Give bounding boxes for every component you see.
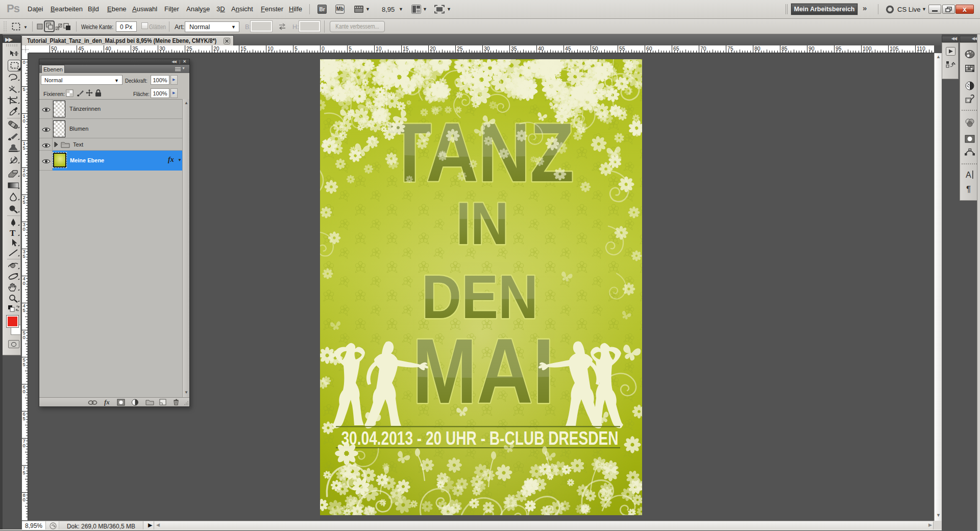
svg-text:A: A <box>966 171 971 179</box>
svg-text:0: 0 <box>23 172 26 178</box>
svg-text:55: 55 <box>619 45 625 52</box>
svg-text:0: 0 <box>23 118 26 124</box>
svg-text:0: 0 <box>23 280 26 286</box>
svg-text:25: 25 <box>457 45 463 52</box>
svg-text:45: 45 <box>565 45 571 52</box>
svg-text:20: 20 <box>430 45 436 52</box>
svg-text:15: 15 <box>403 45 409 52</box>
svg-text:30: 30 <box>484 45 490 52</box>
svg-text:35: 35 <box>511 45 517 52</box>
svg-text:30.04.2013 - 20 UHR - B-CLUB D: 30.04.2013 - 20 UHR - B-CLUB DRESDEN <box>341 428 619 449</box>
svg-text:50: 50 <box>592 45 598 52</box>
svg-text:5: 5 <box>23 361 26 367</box>
svg-text:40: 40 <box>538 45 544 52</box>
svg-text:30: 30 <box>159 45 165 52</box>
svg-text:0: 0 <box>23 334 26 340</box>
svg-text:5: 5 <box>23 199 26 205</box>
svg-text:95: 95 <box>836 45 842 52</box>
svg-text:65: 65 <box>673 45 679 52</box>
svg-text:0: 0 <box>23 497 26 502</box>
svg-text:0: 0 <box>23 443 26 448</box>
svg-text:50: 50 <box>51 45 57 52</box>
svg-text:70: 70 <box>700 45 706 52</box>
svg-text:10: 10 <box>267 45 274 52</box>
svg-text:5: 5 <box>23 145 26 151</box>
svg-text:45: 45 <box>78 45 84 52</box>
svg-text:¶: ¶ <box>966 184 971 194</box>
svg-text:5: 5 <box>23 416 26 421</box>
svg-text:10: 10 <box>376 45 382 52</box>
svg-text:T: T <box>10 228 16 237</box>
svg-text:85: 85 <box>781 45 788 52</box>
svg-text:40: 40 <box>105 45 111 52</box>
svg-text:5: 5 <box>23 307 26 313</box>
svg-text:80: 80 <box>754 45 761 52</box>
svg-text:35: 35 <box>132 45 138 52</box>
svg-text:0: 0 <box>23 226 26 232</box>
svg-text:5: 5 <box>23 470 26 475</box>
svg-text:0: 0 <box>23 389 26 394</box>
svg-text:60: 60 <box>646 45 652 52</box>
svg-text:20: 20 <box>213 45 219 52</box>
svg-text:5: 5 <box>23 86 26 92</box>
svg-text:25: 25 <box>186 45 192 52</box>
svg-text:15: 15 <box>240 45 247 52</box>
svg-text:5: 5 <box>23 253 26 259</box>
svg-text:0: 0 <box>23 59 26 65</box>
svg-text:90: 90 <box>808 45 815 52</box>
svg-text:75: 75 <box>727 45 733 52</box>
